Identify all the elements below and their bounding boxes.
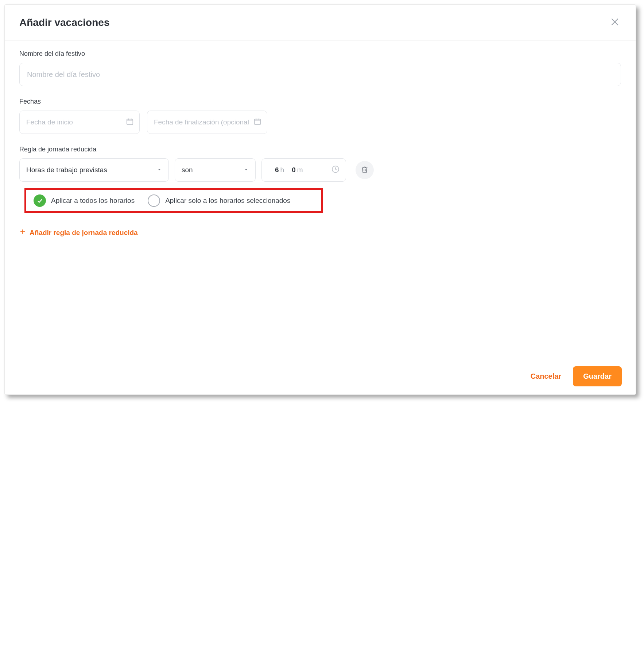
rule-operator-value: son: [182, 166, 193, 174]
add-vacation-modal: Añadir vacaciones Nombre del día festivo…: [4, 4, 636, 395]
dates-label: Fechas: [19, 98, 621, 105]
start-date-wrap: [19, 111, 140, 134]
radio-unchecked-icon: [148, 194, 160, 207]
apply-scope-row: Aplicar a todos los horarios Aplicar sol…: [24, 188, 323, 213]
end-date-wrap: [147, 111, 267, 134]
chevron-down-icon: [244, 166, 249, 174]
close-button[interactable]: [609, 16, 621, 29]
radio-checked-icon: [34, 194, 46, 207]
modal-header: Añadir vacaciones: [5, 5, 636, 40]
trash-icon: [361, 166, 368, 174]
delete-rule-button[interactable]: [356, 161, 374, 179]
rule-type-value: Horas de trabajo previstas: [26, 166, 107, 174]
apply-all-radio[interactable]: Aplicar a todos los horarios: [34, 194, 135, 207]
end-date-input[interactable]: [147, 111, 267, 134]
modal-body: Nombre del día festivo Fechas: [5, 40, 636, 358]
svg-line-12: [335, 169, 337, 170]
rule-time-input[interactable]: 6h 0m: [261, 158, 346, 182]
add-rule-button[interactable]: Añadir regla de jornada reducida: [19, 228, 138, 237]
apply-selected-radio[interactable]: Aplicar solo a los horarios seleccionado…: [148, 194, 290, 207]
minutes-value: 0: [292, 166, 296, 174]
plus-icon: [19, 228, 26, 237]
chevron-down-icon: [157, 166, 162, 174]
minutes-unit: m: [297, 166, 303, 174]
hours-segment: 6h 0m: [275, 166, 303, 174]
cancel-button[interactable]: Cancelar: [528, 368, 564, 384]
apply-all-label: Aplicar a todos los horarios: [51, 197, 135, 205]
hours-unit: h: [280, 166, 284, 174]
rule-label: Regla de jornada reducida: [19, 146, 621, 153]
modal-title: Añadir vacaciones: [19, 17, 109, 28]
rule-type-select[interactable]: Horas de trabajo previstas: [19, 158, 169, 182]
holiday-name-group: Nombre del día festivo: [19, 50, 621, 86]
start-date-input[interactable]: [19, 111, 140, 134]
save-button[interactable]: Guardar: [573, 366, 622, 386]
apply-selected-label: Aplicar solo a los horarios seleccionado…: [165, 197, 290, 205]
hours-value: 6: [275, 166, 279, 174]
dates-group: Fechas: [19, 98, 621, 134]
holiday-name-label: Nombre del día festivo: [19, 50, 621, 58]
clock-icon: [331, 165, 340, 175]
holiday-name-input[interactable]: [19, 63, 621, 86]
rule-operator-select[interactable]: son: [175, 158, 256, 182]
rule-group: Regla de jornada reducida Horas de traba…: [19, 146, 621, 237]
close-icon: [610, 22, 620, 28]
add-rule-label: Añadir regla de jornada reducida: [30, 229, 138, 237]
modal-footer: Cancelar Guardar: [5, 358, 636, 394]
